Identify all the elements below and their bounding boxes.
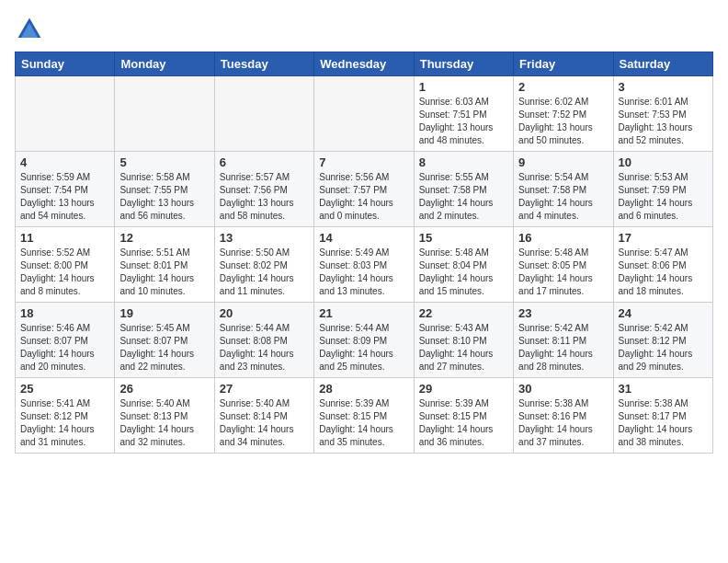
calendar-cell: 30Sunrise: 5:38 AM Sunset: 8:16 PM Dayli…	[514, 378, 613, 454]
calendar-week-row: 1Sunrise: 6:03 AM Sunset: 7:51 PM Daylig…	[16, 76, 713, 152]
day-info: Sunrise: 5:41 AM Sunset: 8:12 PM Dayligh…	[20, 397, 109, 449]
weekday-header-thursday: Thursday	[414, 52, 513, 76]
calendar-cell: 9Sunrise: 5:54 AM Sunset: 7:58 PM Daylig…	[514, 152, 613, 227]
day-info: Sunrise: 5:53 AM Sunset: 7:59 PM Dayligh…	[619, 171, 708, 223]
day-number: 5	[119, 155, 209, 169]
day-info: Sunrise: 5:43 AM Sunset: 8:10 PM Dayligh…	[419, 322, 508, 373]
day-info: Sunrise: 5:42 AM Sunset: 8:12 PM Dayligh…	[619, 322, 708, 373]
calendar-cell: 20Sunrise: 5:44 AM Sunset: 8:08 PM Dayli…	[214, 303, 313, 378]
weekday-header-friday: Friday	[514, 52, 613, 76]
day-info: Sunrise: 5:40 AM Sunset: 8:13 PM Dayligh…	[119, 397, 209, 449]
day-number: 12	[119, 231, 209, 245]
calendar-cell: 26Sunrise: 5:40 AM Sunset: 8:13 PM Dayli…	[115, 378, 214, 454]
weekday-header-monday: Monday	[115, 52, 214, 76]
day-info: Sunrise: 5:42 AM Sunset: 8:11 PM Dayligh…	[518, 322, 608, 373]
weekday-header-tuesday: Tuesday	[214, 52, 313, 76]
day-info: Sunrise: 5:49 AM Sunset: 8:03 PM Dayligh…	[319, 247, 408, 298]
logo-icon	[15, 15, 44, 44]
calendar-cell: 22Sunrise: 5:43 AM Sunset: 8:10 PM Dayli…	[414, 303, 513, 378]
day-number: 1	[419, 80, 508, 94]
day-info: Sunrise: 5:50 AM Sunset: 8:02 PM Dayligh…	[220, 247, 309, 298]
day-number: 20	[220, 306, 309, 320]
day-info: Sunrise: 5:40 AM Sunset: 8:14 PM Dayligh…	[220, 397, 309, 449]
calendar-week-row: 4Sunrise: 5:59 AM Sunset: 7:54 PM Daylig…	[16, 152, 713, 227]
day-number: 2	[518, 80, 608, 94]
calendar-week-row: 11Sunrise: 5:52 AM Sunset: 8:00 PM Dayli…	[16, 227, 713, 303]
weekday-header-wednesday: Wednesday	[314, 52, 414, 76]
day-number: 29	[419, 382, 508, 396]
calendar-cell: 17Sunrise: 5:47 AM Sunset: 8:06 PM Dayli…	[613, 227, 712, 303]
day-number: 21	[319, 306, 408, 320]
calendar-cell	[214, 76, 313, 152]
calendar-cell: 15Sunrise: 5:48 AM Sunset: 8:04 PM Dayli…	[414, 227, 513, 303]
day-number: 25	[20, 382, 109, 396]
calendar-cell: 6Sunrise: 5:57 AM Sunset: 7:56 PM Daylig…	[214, 152, 313, 227]
calendar-cell: 2Sunrise: 6:02 AM Sunset: 7:52 PM Daylig…	[514, 76, 613, 152]
day-number: 30	[518, 382, 608, 396]
calendar-cell: 19Sunrise: 5:45 AM Sunset: 8:07 PM Dayli…	[115, 303, 214, 378]
day-info: Sunrise: 6:03 AM Sunset: 7:51 PM Dayligh…	[419, 96, 508, 147]
day-number: 17	[619, 231, 708, 245]
day-number: 8	[419, 155, 508, 169]
day-info: Sunrise: 5:55 AM Sunset: 7:58 PM Dayligh…	[419, 171, 508, 223]
calendar-cell: 21Sunrise: 5:44 AM Sunset: 8:09 PM Dayli…	[314, 303, 414, 378]
calendar-cell: 28Sunrise: 5:39 AM Sunset: 8:15 PM Dayli…	[314, 378, 414, 454]
weekday-header-sunday: Sunday	[16, 52, 115, 76]
day-info: Sunrise: 5:48 AM Sunset: 8:05 PM Dayligh…	[518, 247, 608, 298]
day-info: Sunrise: 5:46 AM Sunset: 8:07 PM Dayligh…	[20, 322, 109, 373]
calendar-cell: 27Sunrise: 5:40 AM Sunset: 8:14 PM Dayli…	[214, 378, 313, 454]
day-info: Sunrise: 5:52 AM Sunset: 8:00 PM Dayligh…	[20, 247, 109, 298]
calendar-week-row: 18Sunrise: 5:46 AM Sunset: 8:07 PM Dayli…	[16, 303, 713, 378]
day-number: 19	[119, 306, 209, 320]
page-header	[15, 15, 713, 44]
calendar-cell: 25Sunrise: 5:41 AM Sunset: 8:12 PM Dayli…	[16, 378, 115, 454]
day-number: 14	[319, 231, 408, 245]
day-number: 15	[419, 231, 508, 245]
logo	[15, 15, 48, 44]
calendar-cell: 31Sunrise: 5:38 AM Sunset: 8:17 PM Dayli…	[613, 378, 712, 454]
calendar-cell: 4Sunrise: 5:59 AM Sunset: 7:54 PM Daylig…	[16, 152, 115, 227]
day-info: Sunrise: 5:45 AM Sunset: 8:07 PM Dayligh…	[119, 322, 209, 373]
day-number: 13	[220, 231, 309, 245]
day-info: Sunrise: 5:57 AM Sunset: 7:56 PM Dayligh…	[220, 171, 309, 223]
day-info: Sunrise: 5:56 AM Sunset: 7:57 PM Dayligh…	[319, 171, 408, 223]
day-info: Sunrise: 5:58 AM Sunset: 7:55 PM Dayligh…	[119, 171, 209, 223]
day-number: 11	[20, 231, 109, 245]
calendar-cell: 7Sunrise: 5:56 AM Sunset: 7:57 PM Daylig…	[314, 152, 414, 227]
calendar-cell	[16, 76, 115, 152]
day-info: Sunrise: 5:39 AM Sunset: 8:15 PM Dayligh…	[319, 397, 408, 449]
day-number: 7	[319, 155, 408, 169]
day-number: 27	[220, 382, 309, 396]
calendar-cell: 23Sunrise: 5:42 AM Sunset: 8:11 PM Dayli…	[514, 303, 613, 378]
calendar-cell: 12Sunrise: 5:51 AM Sunset: 8:01 PM Dayli…	[115, 227, 214, 303]
day-info: Sunrise: 5:44 AM Sunset: 8:09 PM Dayligh…	[319, 322, 408, 373]
calendar-cell: 3Sunrise: 6:01 AM Sunset: 7:53 PM Daylig…	[613, 76, 712, 152]
calendar-cell: 13Sunrise: 5:50 AM Sunset: 8:02 PM Dayli…	[214, 227, 313, 303]
day-number: 24	[619, 306, 708, 320]
day-number: 16	[518, 231, 608, 245]
calendar-week-row: 25Sunrise: 5:41 AM Sunset: 8:12 PM Dayli…	[16, 378, 713, 454]
calendar-table: SundayMondayTuesdayWednesdayThursdayFrid…	[15, 52, 713, 454]
day-info: Sunrise: 5:47 AM Sunset: 8:06 PM Dayligh…	[619, 247, 708, 298]
day-number: 26	[119, 382, 209, 396]
day-info: Sunrise: 5:51 AM Sunset: 8:01 PM Dayligh…	[119, 247, 209, 298]
calendar-cell: 18Sunrise: 5:46 AM Sunset: 8:07 PM Dayli…	[16, 303, 115, 378]
day-number: 10	[619, 155, 708, 169]
day-number: 6	[220, 155, 309, 169]
day-info: Sunrise: 6:01 AM Sunset: 7:53 PM Dayligh…	[619, 96, 708, 147]
day-info: Sunrise: 5:38 AM Sunset: 8:16 PM Dayligh…	[518, 397, 608, 449]
day-number: 18	[20, 306, 109, 320]
day-number: 23	[518, 306, 608, 320]
day-number: 31	[619, 382, 708, 396]
day-info: Sunrise: 5:39 AM Sunset: 8:15 PM Dayligh…	[419, 397, 508, 449]
day-info: Sunrise: 5:44 AM Sunset: 8:08 PM Dayligh…	[220, 322, 309, 373]
calendar-cell: 8Sunrise: 5:55 AM Sunset: 7:58 PM Daylig…	[414, 152, 513, 227]
calendar-cell: 16Sunrise: 5:48 AM Sunset: 8:05 PM Dayli…	[514, 227, 613, 303]
calendar-cell: 1Sunrise: 6:03 AM Sunset: 7:51 PM Daylig…	[414, 76, 513, 152]
day-info: Sunrise: 5:48 AM Sunset: 8:04 PM Dayligh…	[419, 247, 508, 298]
calendar-cell: 5Sunrise: 5:58 AM Sunset: 7:55 PM Daylig…	[115, 152, 214, 227]
calendar-cell: 24Sunrise: 5:42 AM Sunset: 8:12 PM Dayli…	[613, 303, 712, 378]
calendar-cell: 14Sunrise: 5:49 AM Sunset: 8:03 PM Dayli…	[314, 227, 414, 303]
calendar-cell	[115, 76, 214, 152]
day-info: Sunrise: 5:54 AM Sunset: 7:58 PM Dayligh…	[518, 171, 608, 223]
